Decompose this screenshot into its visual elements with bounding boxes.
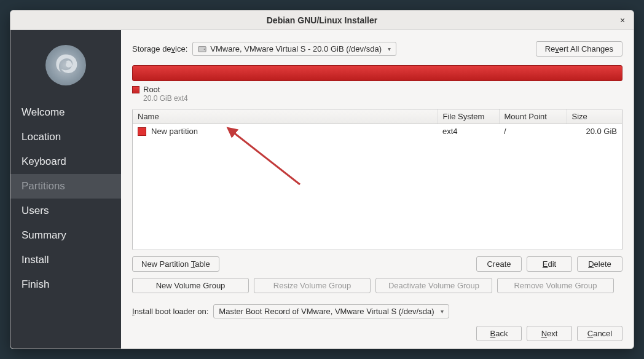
legend-sub: 20.0 GiB ext4 xyxy=(143,94,188,103)
volume-group-row: New Volume Group Resize Volume Group Dea… xyxy=(132,278,622,293)
partition-bar[interactable] xyxy=(132,65,622,81)
next-button[interactable]: Next xyxy=(527,326,572,341)
logo-container xyxy=(10,33,121,100)
sidebar-item-keyboard[interactable]: Keyboard xyxy=(10,149,121,174)
back-button[interactable]: Back xyxy=(476,326,522,341)
row-fs: ext4 xyxy=(438,124,499,139)
boot-loader-label: Install boot loader on: xyxy=(132,307,208,316)
partition-table: Name File System Mount Point Size New pa… xyxy=(132,109,622,250)
svg-point-1 xyxy=(204,49,205,50)
window-body: Welcome Location Keyboard Partitions Use… xyxy=(10,30,634,349)
installer-window: Debian GNU/Linux Installer × Welcome Loc… xyxy=(10,10,634,349)
boot-loader-row: Install boot loader on: Master Boot Reco… xyxy=(132,304,622,318)
col-mount[interactable]: Mount Point xyxy=(499,109,567,124)
new-volume-group-button[interactable]: New Volume Group xyxy=(132,278,249,293)
disk-icon xyxy=(198,45,206,53)
row-size: 20.0 GiB xyxy=(567,124,622,139)
col-size[interactable]: Size xyxy=(567,109,622,124)
legend-swatch xyxy=(132,86,139,93)
sidebar-item-summary[interactable]: Summary xyxy=(10,223,121,248)
row-mount: / xyxy=(499,124,567,139)
col-name[interactable]: Name xyxy=(133,109,438,124)
boot-loader-value: Master Boot Record of VMware, VMware Vir… xyxy=(219,307,434,316)
sidebar-item-location[interactable]: Location xyxy=(10,125,121,149)
legend-name: Root xyxy=(143,85,188,94)
cancel-button[interactable]: Cancel xyxy=(577,326,622,341)
storage-device-value: VMware, VMware Virtual S - 20.0 GiB (/de… xyxy=(210,44,382,53)
storage-label: Storage device: xyxy=(132,44,187,53)
sidebar-item-install[interactable]: Install xyxy=(10,248,121,272)
table-header-row: Name File System Mount Point Size xyxy=(133,109,622,124)
sidebar-item-partitions[interactable]: Partitions xyxy=(10,174,121,199)
debian-logo-icon xyxy=(45,45,86,85)
deactivate-volume-group-button: Deactivate Volume Group xyxy=(375,278,492,293)
create-button[interactable]: Create xyxy=(476,256,522,272)
partition-legend: Root 20.0 GiB ext4 xyxy=(132,85,622,103)
wizard-footer: Back Next Cancel xyxy=(132,326,622,341)
storage-device-select[interactable]: VMware, VMware Virtual S - 20.0 GiB (/de… xyxy=(192,42,396,56)
title-bar: Debian GNU/Linux Installer × xyxy=(10,10,634,30)
table-row[interactable]: New partition ext4 / 20.0 GiB xyxy=(133,124,622,139)
revert-all-button[interactable]: Revert All Changes xyxy=(536,41,622,57)
close-icon[interactable]: × xyxy=(616,14,629,26)
storage-row: Storage device: VMware, VMware Virtual S… xyxy=(132,41,622,57)
remove-volume-group-button: Remove Volume Group xyxy=(497,278,614,293)
sidebar: Welcome Location Keyboard Partitions Use… xyxy=(10,30,121,349)
delete-button: Delete xyxy=(577,256,622,272)
sidebar-item-welcome[interactable]: Welcome xyxy=(10,100,121,125)
edit-button: Edit xyxy=(527,256,572,272)
partition-action-row: New Partition Table Create Edit Delete xyxy=(132,256,622,272)
resize-volume-group-button: Resize Volume Group xyxy=(254,278,371,293)
sidebar-item-finish[interactable]: Finish xyxy=(10,272,121,297)
new-partition-table-button[interactable]: New Partition Table xyxy=(132,256,219,272)
window-title: Debian GNU/Linux Installer xyxy=(267,15,377,25)
sidebar-item-users[interactable]: Users xyxy=(10,199,121,223)
row-swatch-icon xyxy=(138,127,146,136)
boot-loader-select[interactable]: Master Boot Record of VMware, VMware Vir… xyxy=(213,304,449,318)
row-name: New partition xyxy=(151,127,198,136)
chevron-down-icon: ▾ xyxy=(441,308,444,315)
content-pane: Storage device: VMware, VMware Virtual S… xyxy=(121,30,634,349)
col-fs[interactable]: File System xyxy=(438,109,499,124)
chevron-down-icon: ▾ xyxy=(388,45,391,52)
